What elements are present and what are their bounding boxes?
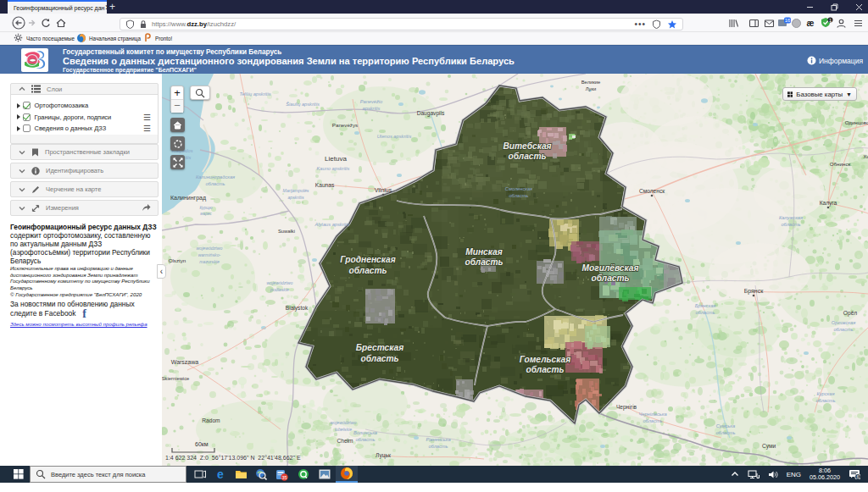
svg-text:województwo: województwo <box>331 420 357 425</box>
svg-text:warmińsko-: warmińsko- <box>198 252 221 257</box>
svg-text:województwo: województwo <box>197 246 223 251</box>
svg-text:область: область <box>428 444 448 449</box>
svg-text:Одинцово: Одинцово <box>845 119 868 125</box>
svg-text:Обнинск: Обнинск <box>830 161 851 167</box>
svg-text:Panevėžio: Panevėžio <box>360 99 383 104</box>
svg-text:Брянская: Брянская <box>695 303 716 308</box>
svg-text:Radom: Radom <box>202 417 220 423</box>
svg-text:1: 1 <box>828 18 831 23</box>
svg-text:Калининградская: Калининградская <box>196 174 235 180</box>
svg-text:область: область <box>526 365 564 374</box>
svg-text:область: область <box>355 437 375 442</box>
svg-text:Витебская: Витебская <box>503 141 551 151</box>
svg-text:Panevėžys: Panevėžys <box>332 122 358 128</box>
svg-text:Warszawa: Warszawa <box>171 359 199 365</box>
svg-text:Сумська: Сумська <box>716 423 735 428</box>
svg-text:Kauno apskritis: Kauno apskritis <box>317 166 350 171</box>
svg-text:область: область <box>465 257 503 267</box>
svg-text:область: область <box>360 354 398 363</box>
svg-text:apskritis: apskritis <box>287 195 303 200</box>
svg-text:f: f <box>82 308 86 318</box>
svg-text:Гродненская: Гродненская <box>340 255 395 264</box>
svg-text:область: область <box>833 327 853 332</box>
svg-text:35: 35 <box>281 474 287 479</box>
svg-text:Chełm: Chełm <box>337 438 353 444</box>
svg-text:Daugavpils: Daugavpils <box>417 110 445 117</box>
svg-text:Marijampolės: Marijampolės <box>283 188 309 193</box>
svg-text:Kaunas: Kaunas <box>315 182 335 188</box>
svg-text:Курская: Курская <box>816 391 834 396</box>
svg-text:6: 6 <box>856 474 859 479</box>
svg-text:область: область <box>205 181 225 186</box>
svg-text:apskritis: apskritis <box>363 106 381 111</box>
svg-text:Курщю: Курщю <box>199 206 213 210</box>
svg-text:область: область <box>509 193 528 198</box>
svg-text:Skierniewice: Skierniewice <box>162 376 189 381</box>
svg-text:Чернігів: Чернігів <box>616 404 637 411</box>
svg-text:Калужская: Калужская <box>779 215 803 220</box>
svg-text:область: область <box>695 310 715 315</box>
svg-text:Lietuva: Lietuva <box>325 155 347 163</box>
svg-text:Могилёвская: Могилёвская <box>582 263 639 273</box>
svg-text:Suwałki: Suwałki <box>278 229 295 234</box>
svg-text:Минская: Минская <box>465 247 502 257</box>
svg-text:Великие: Великие <box>581 80 601 85</box>
svg-text:Гомельская: Гомельская <box>520 355 570 364</box>
svg-text:область: область <box>715 430 735 435</box>
svg-text:Брестская: Брестская <box>356 343 403 352</box>
svg-text:Волинська: Волинська <box>353 430 377 435</box>
svg-text:Калининград: Калининград <box>170 195 206 202</box>
svg-text:Калуга: Калуга <box>820 200 837 207</box>
svg-text:область: область <box>781 222 800 227</box>
svg-text:область: область <box>815 398 835 403</box>
svg-text:Смоленская: Смоленская <box>505 186 532 191</box>
svg-text:область: область <box>643 418 662 423</box>
svg-text:Olsztyn: Olsztyn <box>169 257 186 263</box>
svg-text:lubelskie: lubelskie <box>335 427 352 432</box>
svg-text:Смоленск: Смоленск <box>639 188 665 194</box>
svg-text:województwo: województwo <box>267 280 293 285</box>
svg-text:марес: марес <box>200 212 212 216</box>
svg-text:Vilnius: Vilnius <box>375 187 392 193</box>
svg-text:Utenos apskritis: Utenos apskritis <box>377 134 412 139</box>
svg-text:Telšių apskritis: Telšių apskritis <box>239 91 270 97</box>
svg-text:Луцьк: Луцьк <box>376 452 391 459</box>
svg-text:Орловская: Орловская <box>832 320 855 325</box>
svg-text:Суми: Суми <box>762 443 776 450</box>
svg-text:область: область <box>591 274 629 283</box>
svg-text:область: область <box>348 266 387 275</box>
svg-text:Хим: Хим <box>863 154 868 159</box>
svg-text:Рівненська: Рівненська <box>426 437 450 442</box>
svg-text:Орёл: Орёл <box>843 310 857 317</box>
svg-text:podlaskie: podlaskie <box>270 287 289 292</box>
svg-text:Białystok: Białystok <box>286 305 309 312</box>
svg-text:Брянск: Брянск <box>744 288 765 295</box>
svg-text:mazurskie: mazurskie <box>199 259 220 264</box>
svg-text:Šiaulių apskritis: Šiaulių apskritis <box>286 102 320 107</box>
svg-text:Чернігівська: Чернігівська <box>638 412 666 417</box>
svg-text:Луки: Луки <box>586 86 597 91</box>
svg-text:область: область <box>508 152 546 161</box>
svg-text:Alytaus apskritis: Alytaus apskritis <box>314 222 349 227</box>
